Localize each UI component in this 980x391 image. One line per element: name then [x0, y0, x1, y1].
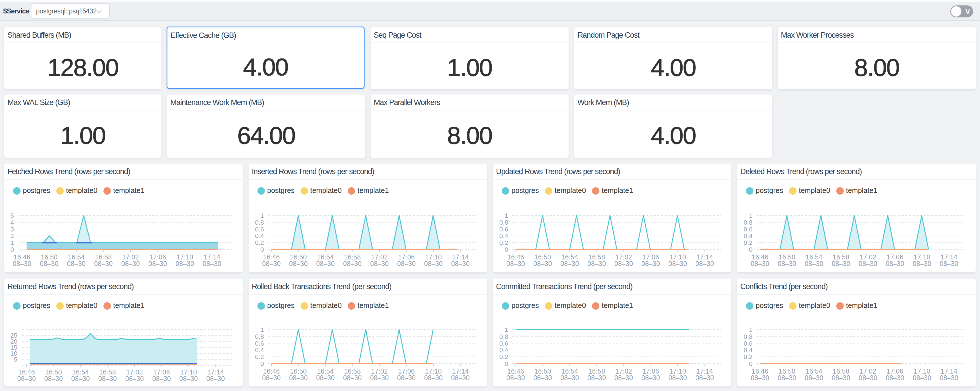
svg-text:08–30: 08–30	[805, 260, 823, 268]
svg-text:1: 1	[11, 239, 14, 246]
svg-text:08–30: 08–30	[121, 260, 140, 268]
svg-text:0: 0	[261, 246, 264, 253]
svg-text:0.8: 0.8	[500, 219, 508, 226]
svg-text:0.8: 0.8	[255, 219, 264, 226]
svg-text:1: 1	[749, 326, 752, 333]
svg-text:08–30: 08–30	[668, 260, 687, 268]
svg-text:08–30: 08–30	[641, 374, 660, 382]
svg-text:08–30: 08–30	[18, 375, 36, 382]
svg-text:08–30: 08–30	[507, 260, 525, 268]
svg-text:08–30: 08–30	[72, 375, 90, 382]
svg-text:08–30: 08–30	[152, 375, 171, 382]
svg-text:08–30: 08–30	[805, 374, 823, 382]
svg-text:2: 2	[11, 232, 14, 239]
svg-text:08–30: 08–30	[203, 260, 221, 268]
svg-text:08–30: 08–30	[370, 260, 389, 268]
svg-text:0: 0	[11, 246, 14, 253]
svg-text:0: 0	[749, 246, 752, 253]
svg-text:08–30: 08–30	[832, 260, 850, 268]
svg-text:08–30: 08–30	[507, 374, 525, 382]
svg-text:0: 0	[505, 360, 508, 367]
svg-text:3: 3	[11, 226, 14, 233]
svg-text:08–30: 08–30	[859, 374, 877, 382]
svg-text:08–30: 08–30	[695, 374, 714, 382]
svg-text:1: 1	[261, 326, 264, 333]
svg-text:0.4: 0.4	[255, 347, 264, 354]
svg-text:0.2: 0.2	[255, 353, 264, 361]
svg-text:0.2: 0.2	[744, 353, 752, 361]
svg-text:08–30: 08–30	[587, 374, 606, 382]
svg-text:08–30: 08–30	[206, 375, 225, 382]
svg-text:08–30: 08–30	[561, 374, 579, 382]
svg-text:08–30: 08–30	[913, 260, 931, 268]
svg-text:08–30: 08–30	[778, 374, 796, 382]
svg-text:08–30: 08–30	[614, 260, 633, 268]
svg-text:0.4: 0.4	[744, 232, 752, 239]
svg-text:0: 0	[749, 360, 752, 367]
svg-text:08–30: 08–30	[397, 374, 416, 382]
svg-text:08–30: 08–30	[149, 260, 167, 268]
svg-text:08–30: 08–30	[98, 375, 117, 382]
svg-text:0.6: 0.6	[500, 226, 508, 233]
svg-text:08–30: 08–30	[397, 260, 416, 268]
svg-text:08–30: 08–30	[316, 374, 335, 382]
svg-text:08–30: 08–30	[668, 374, 687, 382]
svg-text:0.2: 0.2	[500, 239, 508, 246]
svg-text:0.8: 0.8	[255, 333, 264, 340]
svg-text:1: 1	[505, 326, 508, 333]
svg-text:0: 0	[261, 360, 264, 367]
svg-text:0.4: 0.4	[255, 232, 264, 239]
svg-text:08–30: 08–30	[533, 374, 552, 382]
svg-text:08–30: 08–30	[316, 260, 335, 268]
svg-text:08–30: 08–30	[832, 374, 850, 382]
svg-text:08–30: 08–30	[587, 260, 606, 268]
svg-text:0.6: 0.6	[744, 226, 752, 233]
svg-text:08–30: 08–30	[533, 260, 552, 268]
svg-text:08–30: 08–30	[913, 374, 931, 382]
svg-text:08–30: 08–30	[886, 374, 904, 382]
svg-text:1: 1	[505, 212, 508, 219]
svg-text:1: 1	[261, 212, 264, 219]
svg-text:08–30: 08–30	[424, 260, 443, 268]
svg-text:08–30: 08–30	[13, 260, 32, 268]
svg-text:08–30: 08–30	[451, 260, 470, 268]
svg-text:1: 1	[749, 212, 752, 219]
svg-text:0.8: 0.8	[744, 333, 752, 340]
svg-text:08–30: 08–30	[262, 374, 281, 382]
svg-text:08–30: 08–30	[176, 260, 194, 268]
svg-text:0.8: 0.8	[500, 333, 508, 340]
svg-text:0.8: 0.8	[744, 219, 752, 226]
svg-text:08–30: 08–30	[561, 260, 579, 268]
svg-text:08–30: 08–30	[343, 374, 362, 382]
svg-text:0.4: 0.4	[500, 347, 508, 354]
svg-text:0.6: 0.6	[744, 340, 752, 347]
svg-text:08–30: 08–30	[262, 260, 281, 268]
svg-text:0.2: 0.2	[255, 239, 264, 246]
svg-text:08–30: 08–30	[751, 374, 769, 382]
svg-text:0.6: 0.6	[500, 340, 508, 347]
svg-text:08–30: 08–30	[695, 260, 714, 268]
svg-text:08–30: 08–30	[641, 260, 660, 268]
svg-text:08–30: 08–30	[886, 260, 904, 268]
svg-text:0.2: 0.2	[500, 353, 508, 361]
svg-text:08–30: 08–30	[289, 260, 308, 268]
svg-text:08–30: 08–30	[778, 260, 796, 268]
svg-text:08–30: 08–30	[859, 260, 877, 268]
svg-text:08–30: 08–30	[40, 260, 59, 268]
svg-text:0.6: 0.6	[255, 340, 264, 347]
svg-text:08–30: 08–30	[180, 375, 198, 382]
svg-text:08–30: 08–30	[44, 375, 63, 382]
svg-text:08–30: 08–30	[370, 374, 389, 382]
svg-text:0.2: 0.2	[744, 239, 752, 246]
svg-text:08–30: 08–30	[614, 374, 633, 382]
svg-text:08–30: 08–30	[451, 374, 470, 382]
svg-text:0.4: 0.4	[744, 347, 752, 354]
svg-text:4: 4	[11, 219, 14, 226]
svg-text:08–30: 08–30	[289, 374, 308, 382]
svg-text:08–30: 08–30	[126, 375, 144, 382]
svg-text:08–30: 08–30	[343, 260, 362, 268]
svg-text:5: 5	[11, 212, 14, 219]
svg-text:0.6: 0.6	[255, 226, 264, 233]
svg-text:08–30: 08–30	[94, 260, 113, 268]
svg-text:0.4: 0.4	[500, 232, 508, 239]
